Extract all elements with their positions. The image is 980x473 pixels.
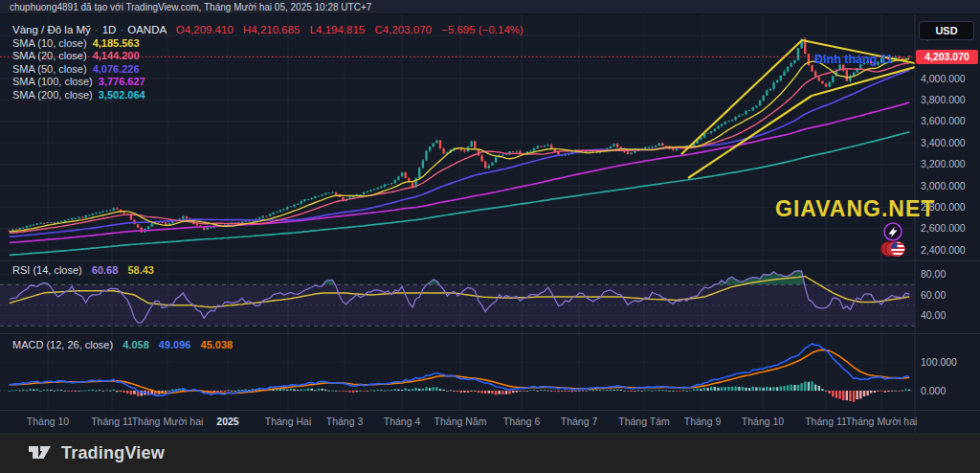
ohlc-open: O4,209.410 bbox=[176, 24, 234, 35]
legend-sma-20[interactable]: SMA (20, close)4,144.200 bbox=[12, 50, 523, 62]
svg-text:3,200.000: 3,200.000 bbox=[921, 158, 966, 169]
time-axis[interactable]: Tháng 10Tháng 11Tháng Mười hai2025Tháng … bbox=[27, 416, 918, 427]
tradingview-brand-text[interactable]: TradingView bbox=[61, 443, 165, 463]
svg-text:Tháng 7: Tháng 7 bbox=[561, 416, 598, 427]
last-price-badge: 4,203.070 bbox=[916, 50, 978, 64]
tradingview-chart-snapshot: chuphuong4891 đã tạo với TradingView.com… bbox=[0, 0, 980, 473]
svg-text:4,000.000: 4,000.000 bbox=[921, 73, 966, 84]
svg-text:0.000: 0.000 bbox=[921, 385, 946, 396]
legend-sma-100[interactable]: SMA (100, close)3,776.627 bbox=[12, 76, 523, 88]
svg-text:80.00: 80.00 bbox=[921, 268, 946, 280]
svg-text:Tháng Năm: Tháng Năm bbox=[434, 416, 487, 427]
svg-text:Tháng 11: Tháng 11 bbox=[91, 416, 133, 427]
svg-text:60.00: 60.00 bbox=[921, 289, 946, 301]
svg-text:3,000.000: 3,000.000 bbox=[921, 180, 966, 191]
legend-sma-200[interactable]: SMA (200, close)3,502.064 bbox=[12, 89, 523, 101]
macd-legend[interactable]: MACD (12, 26, close) 4.058 49.096 45.038 bbox=[12, 339, 233, 350]
svg-text:Tháng 3: Tháng 3 bbox=[326, 416, 364, 427]
svg-text:40.00: 40.00 bbox=[921, 309, 946, 321]
svg-text:Tháng 6: Tháng 6 bbox=[503, 416, 541, 427]
svg-text:Tháng Mười hai: Tháng Mười hai bbox=[846, 416, 918, 427]
legend-sma-10[interactable]: SMA (10, close)4,185.563 bbox=[12, 37, 523, 50]
svg-text:Tháng 10: Tháng 10 bbox=[742, 416, 785, 427]
svg-text:Tháng 4: Tháng 4 bbox=[384, 416, 421, 427]
svg-text:2,600.000: 2,600.000 bbox=[921, 222, 966, 234]
pattern-annotation[interactable]: Đỉnh tháng 11 bbox=[814, 53, 893, 66]
svg-text:2,400.000: 2,400.000 bbox=[921, 244, 966, 256]
rsi-legend[interactable]: RSI (14, close) 60.68 58.43 bbox=[12, 264, 154, 276]
svg-text:Tháng Tám: Tháng Tám bbox=[618, 416, 670, 427]
attribution-bar: chuphuong4891 đã tạo với TradingView.com… bbox=[0, 0, 980, 14]
symbol-title: Vàng / Đô la Mỹ bbox=[12, 24, 91, 35]
svg-text:Tháng 9: Tháng 9 bbox=[684, 416, 722, 427]
chart-legend: Vàng / Đô la Mỹ·1D·OANDA O4,209.410 H4,2… bbox=[12, 23, 523, 101]
ohlc-close: C4,203.070 bbox=[374, 24, 431, 35]
legend-sma-50[interactable]: SMA (50, close)4,076.226 bbox=[12, 63, 523, 76]
svg-text:Tháng Hai: Tháng Hai bbox=[265, 416, 311, 427]
svg-text:Tháng 10: Tháng 10 bbox=[27, 416, 70, 427]
currency-button[interactable]: USD bbox=[919, 21, 974, 40]
ohlc-low: L4,194.815 bbox=[310, 24, 366, 35]
symbol-row[interactable]: Vàng / Đô la Mỹ·1D·OANDA O4,209.410 H4,2… bbox=[12, 23, 523, 37]
symbol-interval: 1D bbox=[102, 24, 117, 35]
ohlc-change: −5.695 (−0.14%) bbox=[441, 24, 523, 35]
svg-text:3,600.000: 3,600.000 bbox=[921, 115, 966, 126]
tradingview-logo-icon[interactable] bbox=[27, 440, 53, 465]
ohlc-high: H4,210.685 bbox=[243, 24, 300, 35]
svg-text:3,800.000: 3,800.000 bbox=[921, 94, 966, 105]
watermark: GIAVANG.NET bbox=[775, 196, 935, 222]
svg-text:3,400.000: 3,400.000 bbox=[921, 137, 966, 148]
symbol-exchange: OANDA bbox=[127, 24, 166, 35]
svg-text:2025: 2025 bbox=[216, 416, 239, 427]
svg-text:Tháng 11: Tháng 11 bbox=[805, 416, 847, 427]
footer-bar: TradingView bbox=[0, 433, 980, 473]
svg-text:100.000: 100.000 bbox=[921, 356, 957, 368]
svg-text:Tháng Mười hai: Tháng Mười hai bbox=[132, 416, 204, 427]
